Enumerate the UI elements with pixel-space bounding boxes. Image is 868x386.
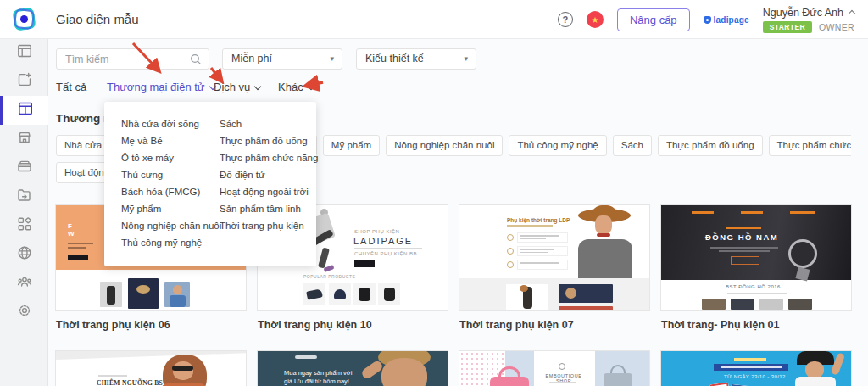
template-card[interactable]: ĐỒNG HỒ NAM BST ĐỒNG HỒ 2016 Thời trang-… (660, 204, 852, 331)
tab-services[interactable]: Dịch vụ (214, 81, 260, 93)
page-title: Giao diện mẫu (56, 12, 139, 26)
upgrade-button[interactable]: Nâng cấp (617, 8, 690, 31)
ladipage-brand-icon (704, 16, 711, 24)
chip[interactable]: Thủ công mỹ nghệ (509, 135, 606, 156)
app-root: Giao diện mẫu ? ★ Nâng cấp ladipage Nguy… (0, 0, 868, 386)
menu-item[interactable]: Ô tô xe máy (121, 149, 216, 166)
template-title: Thời trang phụ kiện 06 (55, 319, 247, 331)
sidebar-item-dashboard[interactable] (0, 38, 48, 67)
thumbnail-art (149, 351, 247, 386)
menu-item[interactable]: Hoạt động ngoài trời (220, 183, 313, 200)
menu-item[interactable]: Mẹ và Bé (121, 132, 216, 149)
menu-item[interactable]: Đồ điện tử (220, 166, 313, 183)
template-title: Thời trang phụ kiện 07 (459, 319, 650, 331)
template-card[interactable]: CHIÊM NGƯỠNG BST (55, 350, 247, 386)
menu-item[interactable]: Mỹ phẩm (121, 200, 216, 217)
add-page-icon (16, 71, 33, 92)
chevron-down-icon (307, 82, 314, 89)
caret-down-icon: ▾ (464, 49, 468, 69)
thumbnail-art (490, 366, 532, 386)
sidebar-item-widgets[interactable] (0, 211, 48, 240)
ladipage-brand-logo[interactable]: ladipage (704, 15, 749, 25)
sidebar-item-store[interactable] (0, 125, 48, 154)
globe-icon (16, 244, 33, 265)
sidebar-item-team[interactable] (0, 269, 48, 298)
search-input[interactable] (65, 49, 184, 69)
sidebar-item-publish-folder[interactable] (0, 182, 48, 211)
template-thumbnail[interactable]: CHIÊM NGƯỠNG BST (55, 350, 247, 386)
chip[interactable]: Sách (613, 135, 652, 156)
menu-item[interactable]: Sản phẩm tâm linh (220, 200, 313, 217)
thumbnail-art (787, 351, 852, 386)
sidebar-item-settings[interactable] (0, 298, 48, 327)
store-icon (16, 129, 33, 149)
user-role: OWNER (819, 22, 854, 32)
dashboard-icon (16, 42, 33, 63)
chevron-down-icon (254, 82, 261, 89)
menu-item[interactable]: Sách (220, 115, 313, 132)
menu-item[interactable]: Nông nghiệp chăn nuôi (121, 217, 216, 234)
search-box (56, 48, 209, 70)
chip[interactable]: Thực phẩm đồ uống (658, 135, 763, 156)
sidebar-item-domains[interactable] (0, 240, 48, 269)
template-thumbnail[interactable]: ĐỒNG HỒ NAM BST ĐỒNG HỒ 2016 (660, 204, 852, 311)
sidebar-item-payments[interactable] (0, 154, 48, 182)
menu-item[interactable]: Thú cưng (121, 166, 216, 183)
wallet-icon (16, 158, 33, 178)
category-tabs: Tất cả Thương mại điện tử Dịch vụ Khác (48, 81, 862, 98)
template-thumbnail[interactable]: TỪ NGÀY 23/10 - 30/12 (660, 350, 852, 386)
user-name: Nguyễn Đức Anh (763, 7, 843, 19)
folder-publish-icon (16, 187, 33, 207)
thumbnail-art: ĐỒNG HỒ NAM (661, 205, 851, 280)
templates-icon (17, 100, 34, 120)
sidebar-item-templates[interactable] (0, 96, 48, 125)
template-grid-row-2: CHIÊM NGƯỠNG BST Mua ngay sản phẩm với g… (55, 350, 852, 386)
sidebar-item-create-landing[interactable] (0, 67, 48, 96)
chip[interactable]: Thực phẩm chức năng (769, 135, 851, 156)
menu-item[interactable]: Thủ công mỹ nghệ (121, 234, 216, 251)
caret-down-icon: ▾ (330, 49, 334, 69)
thumbnail-art (359, 351, 448, 386)
widgets-icon (16, 215, 33, 236)
dropdown-column-1: Nhà cửa đời sống Mẹ và Bé Ô tô xe máy Th… (121, 115, 216, 251)
team-icon (16, 273, 33, 294)
plan-badge: STARTER (763, 21, 812, 33)
template-card[interactable]: Phụ kiện thời trang LDP (459, 204, 650, 331)
design-style-select[interactable]: Kiểu thiết kế ▾ (356, 48, 476, 70)
template-card[interactable]: Mua ngay sản phẩm với giá Ưu đãi từ hôm … (257, 350, 448, 386)
dropdown-column-2: Sách Thực phẩm đồ uống Thực phẩm chức nă… (220, 115, 313, 234)
user-menu[interactable]: Nguyễn Đức Anh STARTER OWNER (763, 7, 854, 33)
tab-all[interactable]: Tất cả (56, 81, 86, 93)
template-thumbnail[interactable]: Phụ kiện thời trang LDP (459, 204, 650, 311)
vietnam-flag-icon[interactable]: ★ (587, 11, 604, 28)
template-title: Thời trang- Phụ kiện 01 (660, 319, 852, 331)
chevron-up-icon (849, 10, 855, 17)
gear-icon (16, 302, 33, 322)
template-card[interactable]: EMBOUTIQUE SHOP (459, 350, 650, 386)
menu-item[interactable]: Thời trang phụ kiện (220, 217, 313, 234)
thumbnail-art (559, 205, 650, 278)
thumbnail-art (602, 365, 636, 386)
topbar: Giao diện mẫu ? ★ Nâng cấp ladipage Nguy… (48, 0, 868, 39)
template-thumbnail[interactable]: EMBOUTIQUE SHOP (459, 350, 650, 386)
tab-other[interactable]: Khác (278, 81, 314, 93)
template-title: Thời trang phụ kiện 10 (257, 319, 448, 331)
chip[interactable]: Nông nghiệp chăn nuôi (386, 135, 503, 156)
ladipage-logo-icon[interactable] (0, 0, 48, 39)
menu-item[interactable]: Thực phẩm đồ uống (220, 132, 313, 149)
chip[interactable]: Mỹ phẩm (323, 135, 380, 156)
tab-ecommerce[interactable]: Thương mại điện tử (107, 81, 215, 93)
menu-item[interactable]: Bách hóa (FMCG) (121, 183, 216, 200)
hero-button (354, 260, 375, 267)
ecommerce-dropdown-menu: Nhà cửa đời sống Mẹ và Bé Ô tô xe máy Th… (104, 102, 316, 266)
menu-item[interactable]: Thực phẩm chức năng (220, 149, 313, 166)
template-thumbnail[interactable]: Mua ngay sản phẩm với giá Ưu đãi từ hôm … (257, 350, 448, 386)
help-icon[interactable]: ? (558, 12, 573, 27)
sidebar (0, 0, 48, 386)
search-icon (190, 53, 202, 65)
template-card[interactable]: TỪ NGÀY 23/10 - 30/12 (660, 350, 852, 386)
price-filter-select[interactable]: Miễn phí ▾ (222, 48, 342, 70)
menu-item[interactable]: Nhà cửa đời sống (121, 115, 216, 132)
